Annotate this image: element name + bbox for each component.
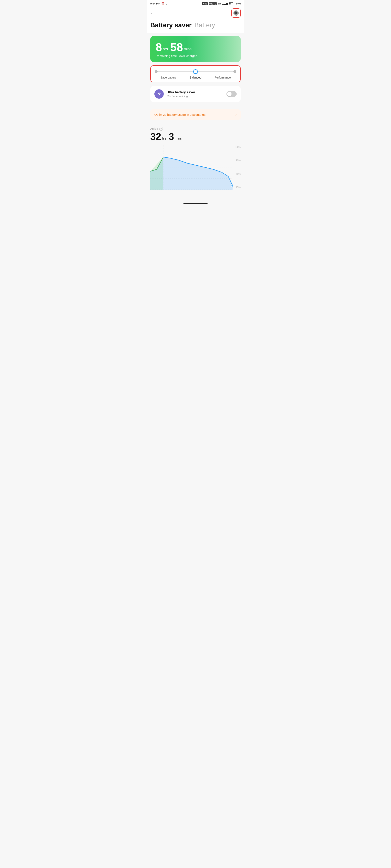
active-time-display: 32 hrs 3 mins [150,132,241,142]
status-icon-k: ⏰ [161,2,165,5]
active-mins-label: mins [175,137,181,142]
chart-label-75: 75% [236,159,241,162]
mode-dot-save[interactable] [155,70,158,73]
ultra-icon [155,89,164,99]
page-title: Battery saver Battery [150,21,241,29]
battery-percent: 34% [235,2,241,5]
mode-label-save[interactable]: Save battery [155,76,182,79]
mode-label-balanced[interactable]: Balanced [182,76,209,79]
mode-selector[interactable]: Save battery Balanced Performance [150,65,241,82]
mode-label-performance[interactable]: Performance [209,76,236,79]
page-title-primary: Battery saver [150,21,192,29]
mode-dot-balanced[interactable] [193,69,198,74]
mode-track [155,69,236,74]
chart-label-25: 25% [236,186,241,189]
page-title-area: Battery saver Battery [147,20,244,33]
battery-indicator [229,2,234,5]
toggle-knob [227,92,231,96]
minutes-label: mins [184,47,191,53]
status-right-icons: VPN VoLTE 4G ▂▄▆ 34% [202,2,241,5]
ultra-title: Ultra battery saver [167,91,224,94]
optimize-text: Optimize battery usage in 2 scenarios [155,113,205,116]
chart-container: 100% 75% 50% 25% [147,145,244,198]
active-minutes: 3 [169,132,174,142]
signal-bars-icon: ▂▄▆ [222,2,228,5]
lightning-icon [157,91,162,97]
ultra-toggle[interactable] [226,91,236,97]
chart-end-dot [231,184,232,187]
battery-card: 8 hrs 58 mins Remaining time | 34% charg… [150,36,241,62]
active-section: Active ? 32 hrs 3 mins [147,125,244,142]
ultra-subtitle: 29h 0m remaining [167,95,224,98]
back-button[interactable]: ← [150,10,155,16]
optimize-banner[interactable]: Optimize battery usage in 2 scenarios › [150,109,241,120]
settings-icon [233,10,239,16]
active-label: Active [150,127,158,130]
signal-label: 4G [218,2,221,5]
mode-labels: Save battery Balanced Performance [155,76,236,79]
active-hrs-label: hrs [162,137,166,142]
chart-y-labels: 100% 75% 50% 25% [232,145,241,190]
ultra-saver-card: Ultra battery saver 29h 0m remaining [150,86,241,102]
bottom-nav [147,198,244,210]
minutes-number: 58 [170,41,183,53]
spacer-1 [147,105,244,109]
battery-subtitle: Remaining time | 34% charged [156,54,235,58]
active-label-row: Active ? [150,127,241,131]
volte-badge: VoLTE [209,2,217,5]
spacer-2 [147,123,244,125]
optimize-banner-wrapper: Optimize battery usage in 2 scenarios › [147,109,244,120]
chart-fill-green [150,157,163,190]
main-content: 8 hrs 58 mins Remaining time | 34% charg… [147,36,244,102]
active-hours: 32 [150,132,161,142]
page-title-secondary: Battery [194,21,215,29]
optimize-arrow: › [235,113,236,117]
hours-number: 8 [156,41,162,53]
ultra-text: Ultra battery saver 29h 0m remaining [167,91,224,98]
status-bar: 9:54 PM ⏰ ر VPN VoLTE 4G ▂▄▆ 34% [147,0,244,6]
svg-point-0 [235,12,237,14]
settings-button[interactable] [231,8,241,18]
bottom-bar-line [183,203,208,204]
mode-dot-performance[interactable] [233,70,236,73]
help-icon[interactable]: ? [159,127,163,131]
time-display: 9:54 PM [150,2,160,5]
status-time: 9:54 PM ⏰ ر [150,2,167,5]
chart-label-50: 50% [236,173,241,175]
nav-bar: ← [147,6,244,20]
chart-label-100: 100% [234,146,241,149]
status-icon-r: ر [166,2,167,5]
hours-label: hrs [163,47,168,53]
battery-chart [150,145,232,190]
battery-time-display: 8 hrs 58 mins [156,41,235,53]
vpn-badge: VPN [202,2,208,5]
